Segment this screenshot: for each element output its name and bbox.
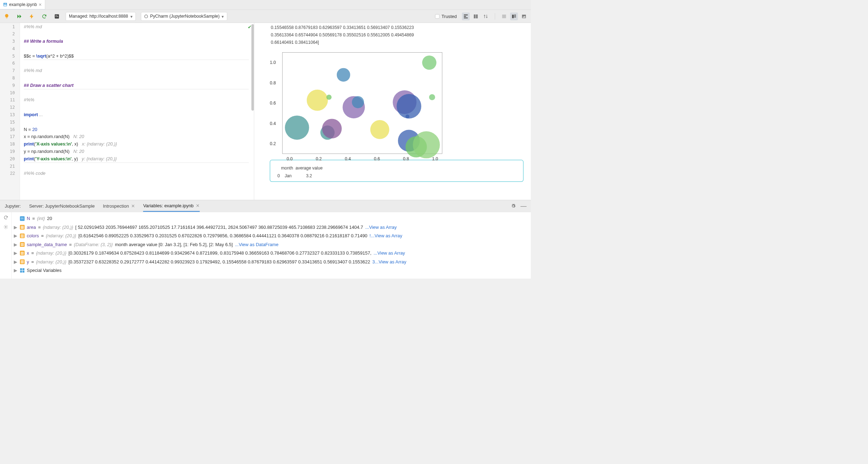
expand-icon[interactable]: ▶ (13, 240, 18, 249)
run-all-icon[interactable] (16, 13, 23, 20)
bubble (370, 120, 389, 139)
output-panel: 0.15546558 0.87679183 0.62963597 0.33413… (254, 23, 531, 200)
svg-rect-16 (20, 268, 22, 270)
kernel-busy-icon (144, 14, 148, 18)
expand-icon[interactable]: ▶ (13, 232, 18, 240)
bubble (337, 68, 350, 82)
stdout-text: 0.15546558 0.87679183 0.62963597 0.33413… (270, 24, 523, 46)
variable-row[interactable]: ▶ Special Variables (13, 266, 528, 274)
server-dropdown[interactable]: Managed: http://localhost:8888 ▾ (66, 12, 136, 20)
file-tab-example[interactable]: IP example.ipynb ✕ (0, 0, 45, 10)
scatter-chart: 0.20.40.60.81.00.00.20.40.60.81.0 (282, 52, 442, 154)
bubble (422, 55, 436, 70)
variable-row[interactable]: 01 N = {int} 20 (13, 214, 528, 223)
scrollbar[interactable] (251, 24, 254, 111)
bubble (322, 119, 341, 138)
close-icon[interactable]: ✕ (196, 203, 200, 208)
close-icon[interactable]: ✕ (131, 203, 135, 209)
x-tick: 0.8 (403, 156, 409, 161)
restart-kernel-icon[interactable] (41, 13, 48, 20)
expand-icon[interactable]: ▶ (13, 266, 18, 274)
layout-list-icon[interactable] (500, 12, 508, 20)
view-mode-group (462, 12, 489, 20)
data-icon[interactable]: D₁ (53, 13, 60, 20)
ndarray-icon (20, 233, 24, 238)
tab-server[interactable]: Server: JupyterNotebookSample (29, 200, 95, 212)
svg-rect-7 (522, 14, 526, 18)
view-as-array-link[interactable]: ...View as Array (374, 249, 405, 257)
y-tick: 0.2 (270, 141, 276, 146)
layout-group (500, 12, 528, 20)
bubble (307, 90, 328, 111)
svg-rect-1 (4, 5, 6, 6)
variable-row[interactable]: ▶ x = {ndarray: (20,)} [0.30326179 0.187… (13, 249, 528, 257)
chevron-down-icon: ▾ (130, 14, 133, 19)
server-dropdown-label: Managed: http://localhost:8888 (69, 14, 128, 19)
svg-text:IP: IP (4, 3, 6, 5)
svg-rect-17 (23, 268, 25, 270)
x-tick: 0.4 (345, 156, 351, 161)
svg-point-8 (5, 226, 6, 227)
y-tick: 0.4 (270, 121, 276, 126)
kernel-dropdown[interactable]: PyCharm (JupyterNotebookSample) ▾ (141, 12, 227, 20)
bottom-panel: Jupyter: Server: JupyterNotebookSample I… (0, 200, 531, 279)
code-body[interactable]: ✔ #%% md ## Write a formula $$c = \sqrt(… (20, 23, 254, 200)
y-tick: 1.0 (270, 60, 276, 65)
minimize-icon[interactable]: — (521, 203, 527, 210)
variable-row[interactable]: ▶ y = {ndarray: (20,)} [0.35372327 0.632… (13, 257, 528, 266)
dataframe-output: month average value 0 Jan 3.2 (270, 160, 523, 182)
settings-icon[interactable] (3, 225, 8, 229)
dataframe-icon (20, 242, 24, 247)
svg-rect-19 (23, 270, 25, 273)
run-cell-icon[interactable] (28, 13, 36, 20)
sync-scroll-icon[interactable] (482, 12, 489, 20)
expand-icon[interactable]: ▶ (13, 249, 18, 257)
int-icon: 01 (20, 216, 24, 221)
svg-point-5 (145, 15, 148, 18)
variable-row[interactable]: ▶ sample_data_frame = {DataFrame: (3, 2)… (13, 240, 528, 249)
ndarray-icon (20, 225, 24, 230)
trusted-checkbox[interactable] (435, 14, 439, 18)
layout-split-icon[interactable] (510, 12, 518, 20)
bottom-tabbar: Jupyter: Server: JupyterNotebookSample I… (0, 200, 531, 212)
refresh-icon[interactable] (3, 215, 8, 220)
variable-row[interactable]: ▶ colors = {ndarray: (20,)} [0.61642546 … (13, 232, 528, 240)
x-tick: 0.6 (374, 156, 380, 161)
preview-mode-icon[interactable] (472, 12, 480, 20)
code-editor[interactable]: 1 2 3 4 5 6 7 8 9 10 ▶11 12 13 15 16 17 … (0, 23, 254, 200)
tab-variables[interactable]: Variables: example.ipynb✕ (143, 200, 200, 212)
bubble (326, 95, 332, 100)
y-tick: 0.6 (270, 101, 276, 106)
svg-text:01: 01 (21, 217, 24, 220)
expand-icon[interactable]: ▶ (13, 223, 18, 231)
variable-row[interactable]: ▶ area = {ndarray: (20,)} [ 52.02919453 … (13, 223, 528, 231)
svg-rect-6 (512, 14, 514, 18)
notebook-toolbar: D₁ Managed: http://localhost:8888 ▾ PyCh… (0, 10, 531, 23)
trusted-label: Trusted (441, 14, 457, 19)
bottom-title: Jupyter: (5, 203, 21, 209)
view-as-array-link[interactable]: 3...View as Array (372, 257, 406, 266)
view-as-array-link[interactable]: !...View as Array (370, 232, 403, 240)
tab-introspection[interactable]: Introspection✕ (103, 200, 135, 212)
svg-rect-18 (20, 270, 22, 273)
close-icon[interactable]: ✕ (39, 2, 42, 7)
view-as-array-link[interactable]: ...View as Array (365, 223, 397, 231)
edit-mode-icon[interactable] (462, 12, 470, 20)
expand-icon[interactable]: ▶ (13, 257, 18, 266)
layout-image-icon[interactable] (520, 12, 528, 20)
ndarray-icon (20, 260, 24, 264)
variables-side-toolbar (0, 212, 12, 279)
file-tab-label: example.ipynb (9, 2, 37, 7)
bubble (429, 94, 435, 100)
view-as-dataframe-link[interactable]: ...View as DataFrame (235, 240, 278, 249)
lightbulb-icon[interactable] (3, 13, 11, 20)
ndarray-icon (20, 251, 24, 255)
trusted-toggle[interactable]: Trusted (435, 14, 457, 19)
x-tick: 1.0 (432, 156, 438, 161)
gear-icon[interactable] (511, 204, 516, 208)
jupyter-file-icon: IP (3, 2, 7, 7)
x-tick: 0.0 (287, 156, 293, 161)
editor-gutter: 1 2 3 4 5 6 7 8 9 10 ▶11 12 13 15 16 17 … (0, 23, 20, 200)
chevron-down-icon: ▾ (222, 14, 224, 19)
x-tick: 0.2 (316, 156, 322, 161)
